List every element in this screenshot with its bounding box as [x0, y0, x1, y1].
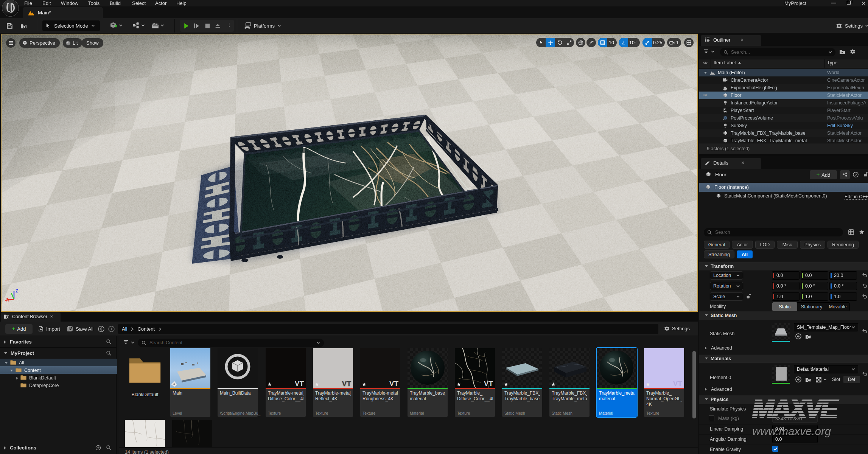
svg-text:Z: Z: [16, 288, 18, 294]
svg-text:?: ?: [855, 173, 857, 177]
